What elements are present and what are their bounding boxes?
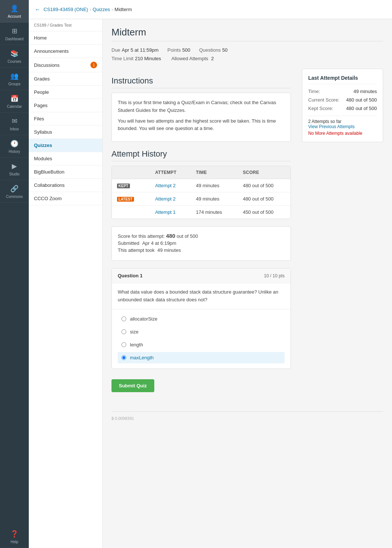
la-kept-row: Kept Score: 480 out of 500 — [308, 106, 377, 111]
sidebar-item-grades[interactable]: Grades — [29, 72, 102, 86]
time-taken-line: This attempt took 49 minutes — [118, 247, 285, 253]
modules-label: Modules — [34, 156, 52, 161]
points-meta: Points 500 — [168, 47, 190, 53]
answer-option-3[interactable]: length — [118, 339, 285, 350]
sidebar-item-quizzes[interactable]: Quizzes — [29, 139, 102, 152]
sidebar-item-home[interactable]: Home — [29, 31, 102, 45]
answer-radio-4[interactable] — [121, 355, 126, 360]
answer-radio-1[interactable] — [121, 316, 126, 321]
back-icon[interactable]: ← — [35, 6, 41, 13]
breadcrumb-sep-2: › — [111, 7, 113, 12]
attempt1-link[interactable]: Attempt 1 — [155, 209, 176, 215]
points-label: Points — [168, 47, 181, 53]
submitted-line: Submitted Apr 4 at 6:19pm — [118, 240, 285, 246]
sidebar-item-courses[interactable]: 📚 Courses — [0, 45, 29, 68]
bigbluebutton-label: BigBlueButton — [34, 169, 64, 175]
answer-radio-3[interactable] — [121, 342, 126, 347]
courses-label: Courses — [7, 59, 21, 64]
sidebar-item-inbox[interactable]: ✉ Inbox — [0, 113, 29, 135]
submit-quiz-button[interactable]: Submit Quiz — [111, 379, 154, 392]
sidebar-item-ccco-zoom[interactable]: CCCO Zoom — [29, 192, 102, 205]
la-current-label: Current Score: — [308, 97, 340, 103]
quizzes-label: Quizzes — [34, 143, 52, 148]
la-time-value: 49 minutes — [353, 89, 377, 94]
questions-value: 50 — [222, 47, 227, 53]
sidebar-item-discussions[interactable]: Discussions 1 — [29, 58, 102, 72]
row3-label — [112, 206, 150, 219]
collaborations-label: Collaborations — [34, 182, 65, 188]
sidebar-item-help[interactable]: ❓ Help — [0, 525, 29, 548]
breadcrumb-course[interactable]: CS189-43459 (ONE) — [44, 7, 88, 12]
score-label: Score for this attempt: — [118, 233, 165, 239]
course-sidebar: CS189 / Grades Test Home Announcements D… — [29, 19, 103, 548]
answer-label-2: size — [130, 329, 138, 335]
help-icon: ❓ — [10, 529, 19, 539]
answer-option-2[interactable]: size — [118, 326, 285, 338]
content-aside: Last Attempt Details Time: 49 minutes Cu… — [298, 69, 383, 397]
sidebar-item-people[interactable]: People — [29, 86, 102, 99]
breadcrumb: ← CS189-43459 (ONE) › Quizzes › Midterm — [35, 6, 132, 13]
answer-options: allocatorSize size length maxLength — [112, 309, 290, 369]
dashboard-icon: ⊞ — [10, 26, 19, 36]
row2-label: LATEST — [112, 192, 150, 206]
view-previous-link[interactable]: View Previous Attempts — [308, 124, 377, 129]
commons-label: Commons — [6, 195, 23, 199]
submitted-value: Apr 4 at 6:19pm — [142, 240, 176, 246]
answer-option-1[interactable]: allocatorSize — [118, 313, 285, 325]
sidebar-item-bigbluebutton[interactable]: BigBlueButton — [29, 165, 102, 179]
latest-badge: LATEST — [117, 197, 134, 202]
content-layout: Instructions This is your first time tak… — [111, 69, 383, 397]
la-time-row: Time: 49 minutes — [308, 89, 377, 94]
sidebar-item-account[interactable]: 👤 Account — [0, 0, 29, 23]
sidebar-item-groups[interactable]: 👥 Groups — [0, 68, 29, 90]
sidebar-item-collaborations[interactable]: Collaborations — [29, 179, 102, 192]
sidebar-item-modules[interactable]: Modules — [29, 152, 102, 165]
courses-icon: 📚 — [10, 49, 19, 58]
sidebar-item-announcements[interactable]: Announcements — [29, 45, 102, 58]
answer-option-4[interactable]: maxLength — [118, 352, 285, 363]
files-label: Files — [34, 116, 44, 121]
attempt2-link-1[interactable]: Attempt 2 — [155, 183, 176, 188]
last-attempt-panel: Last Attempt Details Time: 49 minutes Cu… — [302, 69, 383, 142]
sidebar-item-pages[interactable]: Pages — [29, 99, 102, 112]
sidebar-item-commons[interactable]: 🔗 Commons — [0, 180, 29, 203]
allowed-value: 2 — [211, 56, 214, 61]
time-taken-value: 49 minutes — [157, 247, 181, 253]
table-row: KEPT Attempt 2 49 minutes 480 out of 500 — [112, 179, 290, 192]
syllabus-label: Syllabus — [34, 129, 52, 135]
attempt2-link-2[interactable]: Attempt 2 — [155, 196, 176, 202]
sidebar-item-files[interactable]: Files — [29, 112, 102, 126]
home-label: Home — [34, 35, 47, 41]
la-time-label: Time: — [308, 89, 320, 94]
pages-label: Pages — [34, 103, 48, 108]
sidebar-item-calendar[interactable]: 📅 Calendar — [0, 90, 29, 113]
col-label — [112, 166, 150, 179]
col-score: Score — [238, 166, 290, 179]
score-summary: Score for this attempt: 480 out of 500 S… — [111, 226, 291, 261]
points-value: 500 — [182, 47, 190, 53]
studio-label: Studio — [9, 172, 20, 176]
row1-label: KEPT — [112, 179, 150, 192]
time-limit-meta: Time Limit 210 Minutes Allowed Attempts … — [111, 56, 383, 61]
question-number: Question 1 — [118, 273, 142, 278]
breadcrumb-section[interactable]: Quizzes — [93, 7, 110, 12]
table-row: Attempt 1 174 minutes 450 out of 500 — [112, 206, 290, 219]
account-icon: 👤 — [10, 4, 19, 13]
inbox-icon: ✉ — [10, 116, 19, 126]
discussions-badge: 1 — [90, 62, 97, 68]
sidebar-item-syllabus[interactable]: Syllabus — [29, 126, 102, 139]
la-current-value: 480 out of 500 — [346, 97, 377, 103]
la-kept-value: 480 out of 500 — [346, 106, 377, 111]
sidebar-item-history[interactable]: 🕐 History — [0, 135, 29, 158]
instructions-box: This is your first time taking a Quiz/Ex… — [111, 93, 291, 142]
history-label: History — [8, 150, 20, 154]
la-attempts-info: 2 Attempts so far — [308, 119, 341, 124]
answer-radio-2[interactable] — [121, 329, 126, 334]
sidebar-item-dashboard[interactable]: ⊞ Dashboard — [0, 23, 29, 45]
global-nav: 👤 Account ⊞ Dashboard 📚 Courses 👥 Groups… — [0, 0, 29, 548]
due-meta: Due Apr 5 at 11:59pm — [111, 47, 159, 53]
sidebar-item-studio[interactable]: ▶ Studio — [0, 158, 29, 180]
due-value: Apr 5 at 11:59pm — [122, 47, 159, 53]
questions-meta: Questions 50 — [199, 47, 227, 53]
account-label: Account — [8, 14, 21, 18]
